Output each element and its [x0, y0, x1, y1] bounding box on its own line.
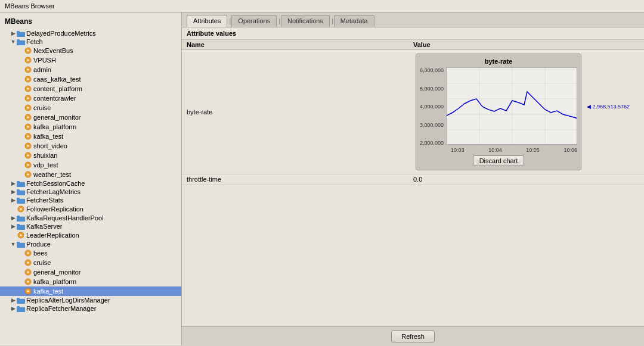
sidebar: MBeans ▶ DelayedProduceMetrics▼ Fetch Ne…	[0, 13, 182, 345]
bean-icon	[24, 66, 32, 74]
svg-point-57	[27, 252, 29, 254]
sidebar-item-kafkarequesthandlerpool[interactable]: ▶ KafkaRequestHandlerPool	[0, 214, 181, 222]
sidebar-item-vpush[interactable]: VPUSH	[0, 55, 181, 65]
spacer	[17, 76, 24, 83]
item-label: FetchSessionCache	[26, 180, 85, 187]
folder-icon	[17, 297, 25, 304]
svg-point-33	[27, 173, 29, 176]
sidebar-item-bees[interactable]: bees	[0, 248, 181, 258]
toggle-icon: ▼	[10, 38, 17, 45]
chart-y-axis: 6,000,000 5,000,000 4,000,000 3,000,000 …	[420, 67, 446, 146]
y-label-4: 2,000,000	[420, 140, 444, 146]
y-label-1: 5,000,000	[420, 86, 444, 92]
sidebar-item-shuixian[interactable]: shuixian	[0, 151, 181, 160]
attr-value-byterate: byte-rate 6,000,000 5,000,000 4,000,000 …	[408, 50, 644, 174]
sidebar-item-fetcherstats[interactable]: ▶ FetcherStats	[0, 196, 181, 204]
tab-metadata[interactable]: Metadata	[334, 15, 374, 27]
bean-icon	[24, 123, 32, 131]
x-label-1: 10:04	[488, 147, 502, 153]
sidebar-item-admin[interactable]: admin	[0, 65, 181, 74]
y-label-0: 6,000,000	[420, 67, 444, 73]
svg-point-25	[27, 135, 29, 138]
item-label: vdp_test	[33, 161, 58, 169]
table-row: throttle-time 0.0	[182, 174, 644, 185]
sidebar-item-contentcrawler[interactable]: contentcrawler	[0, 93, 181, 103]
x-label-3: 10:06	[564, 147, 578, 153]
table-area[interactable]: Name Value byte-rate b	[182, 40, 644, 326]
tab-operations[interactable]: Operations	[231, 15, 277, 27]
item-label: LeaderReplication	[26, 232, 79, 239]
bean-icon	[24, 85, 32, 93]
sidebar-item-kafka-test[interactable]: kafka_test	[0, 132, 181, 141]
sidebar-item-short-video[interactable]: short_video	[0, 141, 181, 151]
item-label: NexEventBus	[33, 47, 73, 54]
folder-icon	[17, 223, 25, 230]
sidebar-item-content-platform[interactable]: content_platform	[0, 84, 181, 93]
attr-name-throttletime: throttle-time	[182, 174, 408, 185]
bean-icon	[24, 104, 32, 112]
item-label: general_monitor	[33, 269, 81, 276]
sidebar-item-general-monitor2[interactable]: general_monitor	[0, 267, 181, 277]
sidebar-item-produce[interactable]: ▼ Produce	[0, 240, 181, 248]
bean-icon	[24, 46, 32, 55]
sidebar-item-cruise[interactable]: cruise	[0, 103, 181, 113]
bean-icon	[24, 287, 32, 295]
discard-chart-button[interactable]: Discard chart	[473, 155, 525, 166]
window-title: MBeans Browser	[5, 2, 55, 10]
item-label: bees	[33, 250, 48, 257]
tab-attributes[interactable]: Attributes	[187, 15, 227, 27]
attribute-values-header: Attribute values	[182, 27, 644, 40]
sidebar-item-kafkaserver[interactable]: ▶ KafkaServer	[0, 222, 181, 230]
svg-point-15	[27, 88, 29, 90]
sidebar-item-caas-kafka[interactable]: caas_kafka_test	[0, 74, 181, 84]
chart-x-axis: 10:03 10:04 10:05 10:06	[420, 147, 577, 153]
item-label: FetcherStats	[26, 197, 63, 204]
sidebar-item-weather-test[interactable]: weather_test	[0, 170, 181, 179]
sidebar-item-followerreplication[interactable]: FollowerReplication	[0, 204, 181, 214]
sidebar-item-replicafetcher[interactable]: ▶ ReplicaFetcherManager	[0, 304, 181, 313]
sidebar-item-general-monitor[interactable]: general_monitor	[0, 113, 181, 122]
main-container: MBeans ▶ DelayedProduceMetrics▼ Fetch Ne…	[0, 13, 644, 345]
sidebar-item-kafka-test2[interactable]: kafka_test	[0, 286, 181, 296]
refresh-button[interactable]: Refresh	[391, 331, 435, 342]
sidebar-item-kafka-platform2[interactable]: kafka_platform	[0, 277, 181, 286]
sidebar-item-delayed-produce[interactable]: ▶ DelayedProduceMetrics	[0, 29, 181, 38]
sidebar-item-leaderreplication[interactable]: LeaderReplication	[0, 230, 181, 240]
item-label: shuixian	[33, 152, 57, 159]
attr-value-throttletime: 0.0	[408, 174, 644, 185]
svg-point-52	[20, 234, 22, 236]
sidebar-item-fetcherlagmetrics[interactable]: ▶ FetcherLagMetrics	[0, 188, 181, 196]
svg-point-23	[27, 126, 29, 128]
spacer	[17, 250, 24, 257]
chart-container: byte-rate 6,000,000 5,000,000 4,000,000 …	[416, 54, 581, 170]
sidebar-item-replicaalterlogdirs[interactable]: ▶ ReplicaAlterLogDirsManager	[0, 296, 181, 304]
toggle-icon: ▼	[10, 241, 17, 248]
svg-point-29	[27, 154, 29, 157]
sidebar-item-fetchsessioncache[interactable]: ▶ FetchSessionCache	[0, 179, 181, 188]
tab-sep-1: |	[229, 17, 231, 27]
sidebar-item-nexeventbus[interactable]: NexEventBus	[0, 46, 181, 55]
item-label: admin	[33, 66, 51, 73]
sidebar-item-vdp-test[interactable]: vdp_test	[0, 160, 181, 170]
sidebar-item-fetch[interactable]: ▼ Fetch	[0, 38, 181, 46]
spacer	[17, 123, 24, 130]
spacer	[17, 85, 24, 92]
col-header-value: Value	[408, 40, 644, 50]
spacer	[17, 95, 24, 102]
svg-point-63	[27, 280, 29, 283]
bean-icon	[17, 231, 25, 239]
bean-icon	[24, 75, 32, 83]
tab-bar: Attributes | Operations | Notifications …	[182, 13, 644, 27]
bean-icon	[24, 258, 32, 267]
item-label: content_platform	[33, 85, 82, 92]
spacer	[17, 57, 24, 64]
folder-icon	[17, 241, 25, 248]
svg-point-27	[27, 145, 29, 147]
sidebar-item-cruise2[interactable]: cruise	[0, 258, 181, 267]
spacer	[17, 161, 24, 169]
sidebar-item-kafka-platform[interactable]: kafka_platform	[0, 122, 181, 132]
bean-icon	[24, 94, 32, 102]
svg-point-7	[27, 49, 29, 52]
tab-notifications[interactable]: Notifications	[281, 15, 330, 27]
title-bar: MBeans Browser	[0, 0, 644, 13]
